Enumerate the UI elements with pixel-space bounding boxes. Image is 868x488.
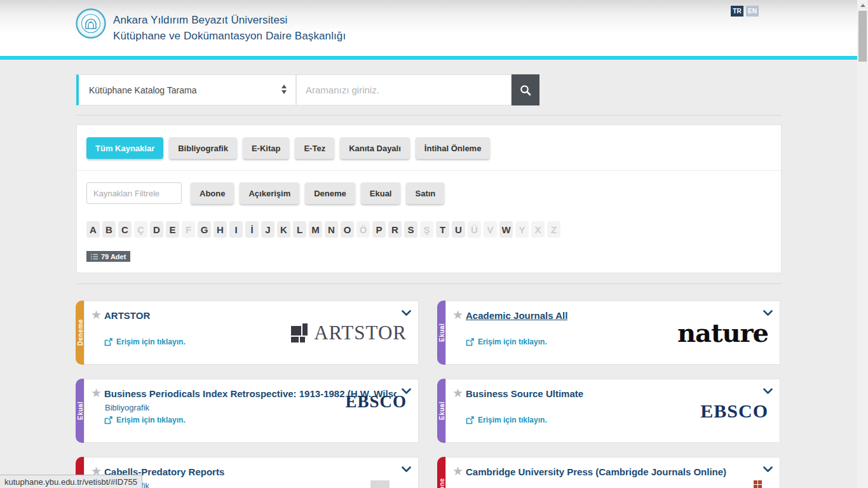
external-link-icon: [466, 338, 474, 346]
resource-filter-input[interactable]: [86, 182, 182, 204]
lang-en-button[interactable]: EN: [746, 6, 759, 17]
search-input[interactable]: [296, 74, 512, 105]
card-title-link[interactable]: Business Source Ultimate: [466, 388, 583, 399]
tag-ribbon-label: Deneme: [76, 301, 85, 365]
letter-c-cedilla: Ç: [134, 221, 147, 238]
result-count-badge: 79 Adet: [86, 251, 130, 262]
card-title-link[interactable]: Cambridge University Press (Cambrigde Jo…: [466, 466, 726, 477]
letter-l[interactable]: L: [293, 221, 306, 238]
university-logo[interactable]: [76, 8, 106, 39]
header: Ankara Yıldırım Beyazıt Üniversitesi Küt…: [0, 0, 857, 56]
cambridge-logo: [754, 480, 762, 488]
card-body: ★ Business Periodicals Index Retrospecti…: [84, 379, 419, 443]
tab-intihal-onleme[interactable]: İntihal Önleme: [416, 137, 491, 159]
letter-t[interactable]: T: [436, 221, 449, 238]
up-arrow-icon: [860, 4, 865, 7]
nature-logo: nature: [677, 301, 768, 364]
search-category-select[interactable]: Kütüphane Katalog Tarama: [76, 74, 296, 105]
language-switch: TR EN: [731, 6, 759, 17]
lang-tr-button[interactable]: TR: [731, 6, 743, 17]
access-link-label: Erişim için tıklayın.: [116, 416, 186, 424]
select-arrows-icon: [281, 85, 287, 94]
letter-x: X: [531, 221, 545, 238]
letter-c[interactable]: C: [118, 221, 132, 238]
nature-logo-text: nature: [677, 318, 768, 348]
letter-u[interactable]: U: [452, 221, 465, 238]
letter-i-dotted[interactable]: İ: [245, 221, 259, 238]
letter-a[interactable]: A: [86, 221, 100, 238]
favorite-star-icon[interactable]: ★: [452, 309, 463, 321]
card-business-source-ultimate: Ekual ★ Business Source Ultimate Erişim …: [437, 379, 780, 443]
external-link-icon: [104, 338, 112, 346]
letter-m[interactable]: M: [309, 221, 322, 238]
tab-tum-kaynaklar[interactable]: Tüm Kaynaklar: [86, 137, 163, 159]
vertical-scrollbar: [857, 0, 868, 488]
access-link[interactable]: Erişim için tıklayın.: [104, 337, 186, 346]
ebsco-logo: EBSCO: [345, 370, 407, 433]
letter-h[interactable]: H: [214, 221, 227, 238]
letter-z: Z: [547, 221, 560, 238]
letter-p[interactable]: P: [372, 221, 386, 238]
scrollbar-thumb[interactable]: [858, 11, 867, 62]
access-link[interactable]: Erişim için tıklayın.: [466, 416, 547, 424]
card-academic-journals-all: Ekual ★ Academic Journals All Erişim içi…: [437, 301, 780, 365]
status-url-tooltip: kutuphane.ybu.edu.tr/vetisbt/#ID755: [0, 475, 142, 488]
chevron-down-icon[interactable]: [402, 466, 411, 472]
list-icon: [91, 254, 98, 260]
filter-abone-button[interactable]: Abone: [191, 182, 234, 204]
tab-bibliyografik[interactable]: Bibliyografik: [169, 137, 237, 159]
access-link-label: Erişim için tıklayın.: [478, 416, 547, 424]
result-count-label: 79 Adet: [101, 253, 126, 261]
card-title-link[interactable]: ARTSTOR: [104, 310, 150, 321]
filter-satin-button[interactable]: Satın: [406, 182, 444, 204]
artstor-logo: ARTSTOR: [291, 301, 407, 364]
tab-e-tez[interactable]: E-Tez: [295, 137, 334, 159]
scroll-up-arrow[interactable]: [857, 0, 868, 11]
filter-acikerisim-button[interactable]: Açıkerişim: [240, 182, 299, 204]
letter-o[interactable]: O: [341, 221, 354, 238]
page-title: Ankara Yıldırım Beyazıt Üniversitesi Küt…: [113, 12, 346, 44]
letter-n[interactable]: N: [325, 221, 338, 238]
letter-b[interactable]: B: [102, 221, 116, 238]
letter-g[interactable]: G: [198, 221, 211, 238]
letter-k[interactable]: K: [277, 221, 290, 238]
letter-e[interactable]: E: [166, 221, 179, 238]
access-link[interactable]: Erişim için tıklayın.: [466, 337, 547, 346]
filter-deneme-button[interactable]: Deneme: [305, 182, 355, 204]
favorite-star-icon[interactable]: ★: [452, 387, 463, 399]
favorite-star-icon[interactable]: ★: [91, 387, 102, 399]
letter-u-umlaut: Ü: [468, 221, 481, 238]
status-url-text: kutuphane.ybu.edu.tr/vetisbt/#ID755: [4, 477, 137, 487]
letter-j[interactable]: J: [261, 221, 275, 238]
card-body: ★ Business Source Ultimate Erişim için t…: [445, 379, 780, 443]
card-cambridge-university-press: Abone ★ Cambridge University Press (Camb…: [437, 457, 780, 488]
card-title-link[interactable]: Academic Journals All: [466, 310, 567, 321]
favorite-star-icon[interactable]: ★: [91, 309, 102, 321]
search-button[interactable]: [512, 74, 539, 105]
external-link-icon: [104, 416, 112, 424]
card-body: ★ ARTSTOR Erişim için tıklayın.: [84, 301, 419, 365]
favorite-star-icon[interactable]: ★: [452, 465, 463, 477]
tag-ribbon-label: Abone: [437, 457, 446, 488]
divider: [76, 115, 782, 116]
letter-d[interactable]: D: [150, 221, 163, 238]
resource-type-tabs: Tüm Kaynaklar Bibliyografik E-Kitap E-Te…: [86, 137, 490, 159]
access-link[interactable]: Erişim için tıklayın.: [104, 416, 186, 424]
ebsco-logo: EBSCO: [700, 379, 768, 442]
filter-ekual-button[interactable]: Ekual: [361, 182, 401, 204]
letter-f: F: [182, 221, 195, 238]
access-link-label: Erişim için tıklayın.: [478, 337, 547, 346]
letter-i[interactable]: I: [229, 221, 243, 238]
tab-kanita-dayali[interactable]: Kanıta Dayalı: [340, 137, 410, 159]
letter-s[interactable]: S: [404, 221, 417, 238]
chevron-down-icon[interactable]: [763, 466, 773, 472]
external-link-icon: [466, 416, 474, 424]
letter-y: Y: [515, 221, 529, 238]
letter-w[interactable]: W: [499, 221, 513, 238]
letter-r[interactable]: R: [388, 221, 402, 238]
tag-ribbon-label: Ekual: [76, 379, 85, 443]
artstor-logo-text: ARTSTOR: [314, 322, 407, 344]
catalog-search-bar: Kütüphane Katalog Tarama: [76, 74, 539, 105]
search-category-value: Kütüphane Katalog Tarama: [89, 85, 196, 95]
tab-e-kitap[interactable]: E-Kitap: [243, 137, 290, 159]
